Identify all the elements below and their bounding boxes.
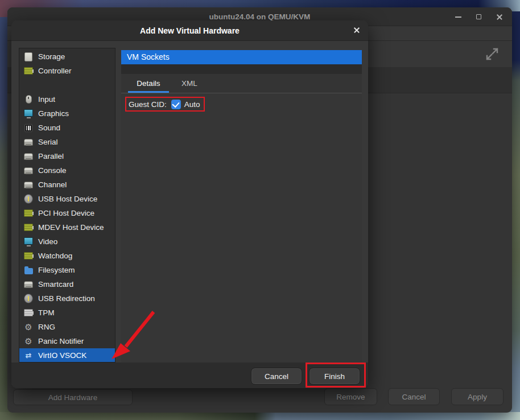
remove-button[interactable]: Remove [324, 388, 377, 405]
sidebar-item-parallel[interactable]: Parallel [19, 149, 115, 163]
sidebar-item-label: Video [38, 237, 57, 246]
tab-bar: DetailsXML [121, 74, 362, 93]
dialog-title: Add New Virtual Hardware [140, 26, 240, 35]
sidebar-item-serial[interactable]: Serial [19, 135, 115, 149]
add-hardware-button[interactable]: Add Hardware [13, 389, 133, 405]
chip-green-icon [24, 209, 33, 218]
sidebar-item-label: RNG [38, 323, 55, 331]
chip-green-icon [24, 67, 33, 76]
sidebar-item-virtio-vsock[interactable]: ⇄VirtIO VSOCK [19, 348, 115, 363]
finish-annotation-rect [306, 363, 366, 388]
sidebar-item-label: TPM [38, 308, 55, 317]
sidebar-item-label: Input [38, 95, 55, 104]
sidebar-item-label: Console [38, 166, 67, 175]
guest-cid-label: Guest CID: [129, 100, 167, 109]
auto-checkbox[interactable] [171, 100, 181, 109]
cancel-button[interactable]: Cancel [251, 368, 302, 385]
port-icon [24, 280, 33, 289]
maximize-icon[interactable] [476, 14, 481, 19]
chip-green-icon [24, 252, 33, 261]
sidebar-item-label: Sound [38, 123, 60, 132]
sidebar-item-label: Controller [38, 67, 72, 75]
disk-icon [24, 52, 33, 61]
port-icon [24, 152, 33, 161]
sidebar-item-panic-notifier[interactable]: ⚙Panic Notifier [19, 334, 115, 348]
panel-gap [121, 64, 362, 74]
sidebar-item-label: Channel [38, 180, 67, 189]
sidebar-item-label: Serial [38, 138, 58, 146]
sidebar-item-smartcard[interactable]: Smartcard [19, 277, 115, 291]
sidebar-spacer [19, 78, 115, 92]
wallpaper-bottom-strip [0, 412, 520, 420]
arrows-icon: ⇄ [24, 351, 33, 360]
sidebar-item-label: USB Redirection [38, 294, 95, 303]
sidebar-item-mdev-host-device[interactable]: MDEV Host Device [19, 220, 115, 234]
tab-details[interactable]: Details [128, 74, 169, 93]
tab-xml[interactable]: XML [169, 74, 210, 93]
sidebar-item-label: Parallel [38, 152, 64, 160]
sidebar-item-usb-host-device[interactable]: USB Host Device [19, 192, 115, 206]
sidebar-item-label: USB Host Device [38, 195, 97, 203]
sidebar-item-label: Smartcard [38, 280, 73, 289]
panel-header: VM Sockets [121, 50, 362, 64]
speaker-icon [24, 123, 33, 133]
sidebar-item-label: Panic Notifier [38, 337, 84, 345]
monitor-icon [24, 109, 33, 118]
sidebar-item-label: Watchdog [38, 252, 72, 260]
vm-cancel-button[interactable]: Cancel [388, 388, 440, 405]
sidebar-item-label: VirtIO VSOCK [38, 351, 86, 360]
port-icon [24, 166, 33, 175]
sidebar-item-label: Filesystem [38, 266, 75, 274]
sidebar-item-controller[interactable]: Controller [19, 64, 115, 78]
sidebar-item-sound[interactable]: Sound [19, 121, 115, 135]
fullscreen-icon[interactable] [485, 47, 500, 61]
chip-green-icon [24, 223, 33, 232]
sidebar-item-video[interactable]: Video [19, 234, 115, 249]
usb-icon [24, 195, 33, 204]
close-icon[interactable] [496, 14, 503, 20]
sidebar-item-pci-host-device[interactable]: PCI Host Device [19, 206, 115, 220]
sidebar-item-storage[interactable]: Storage [19, 50, 115, 64]
dialog-titlebar[interactable]: Add New Virtual Hardware [11, 20, 368, 41]
sidebar-item-label: MDEV Host Device [38, 223, 104, 232]
sidebar-item-label: PCI Host Device [38, 209, 94, 217]
folder-icon [24, 266, 33, 275]
sidebar-item-label: Storage [38, 52, 65, 61]
monitor-icon [24, 237, 33, 246]
minimize-icon[interactable] [455, 17, 461, 18]
sidebar-item-console[interactable]: Console [19, 163, 115, 178]
sidebar-item-watchdog[interactable]: Watchdog [19, 249, 115, 263]
sidebar-item-channel[interactable]: Channel [19, 178, 115, 192]
sidebar-item-usb-redirection[interactable]: USB Redirection [19, 291, 115, 306]
port-icon [24, 180, 33, 190]
sidebar-item-filesystem[interactable]: Filesystem [19, 263, 115, 277]
port-icon [24, 138, 33, 147]
sidebar-item-input[interactable]: Input [19, 92, 115, 106]
hardware-type-list: StorageControllerInputGraphicsSoundSeria… [19, 48, 115, 363]
chip-gray-icon [24, 308, 33, 318]
sidebar-item-tpm[interactable]: TPM [19, 306, 115, 320]
sidebar-item-rng[interactable]: ⚙RNG [19, 320, 115, 334]
guest-cid-annotation-rect: Guest CID: Auto [125, 97, 205, 112]
gear-icon: ⚙ [24, 323, 33, 332]
auto-checkbox-label: Auto [184, 100, 200, 109]
add-hardware-dialog: Add New Virtual Hardware StorageControll… [11, 20, 368, 388]
usb-icon [24, 294, 33, 303]
window-controls [455, 7, 503, 26]
mouse-icon [24, 95, 33, 104]
sidebar-item-label: Graphics [38, 109, 69, 118]
apply-button[interactable]: Apply [451, 388, 504, 405]
gear-icon: ⚙ [24, 337, 33, 346]
vm-window-title: ubuntu24.04 on QEMU/KVM [209, 13, 311, 21]
sidebar-item-graphics[interactable]: Graphics [19, 106, 115, 121]
panel-content: Guest CID: Auto [121, 93, 362, 363]
dialog-close-icon[interactable] [353, 27, 360, 34]
